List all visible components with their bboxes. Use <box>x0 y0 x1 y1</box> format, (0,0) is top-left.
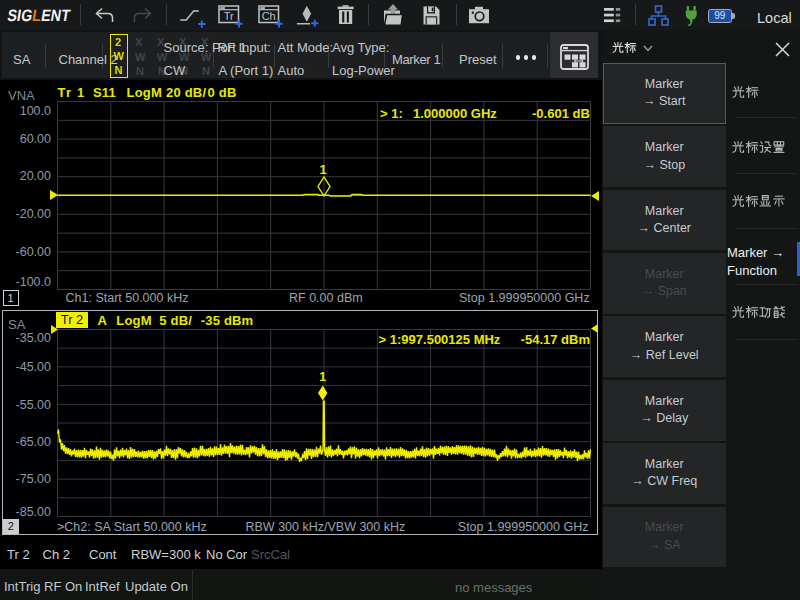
svg-text:Ch: Ch <box>261 10 275 22</box>
svg-text:Tr: Tr <box>224 10 234 22</box>
